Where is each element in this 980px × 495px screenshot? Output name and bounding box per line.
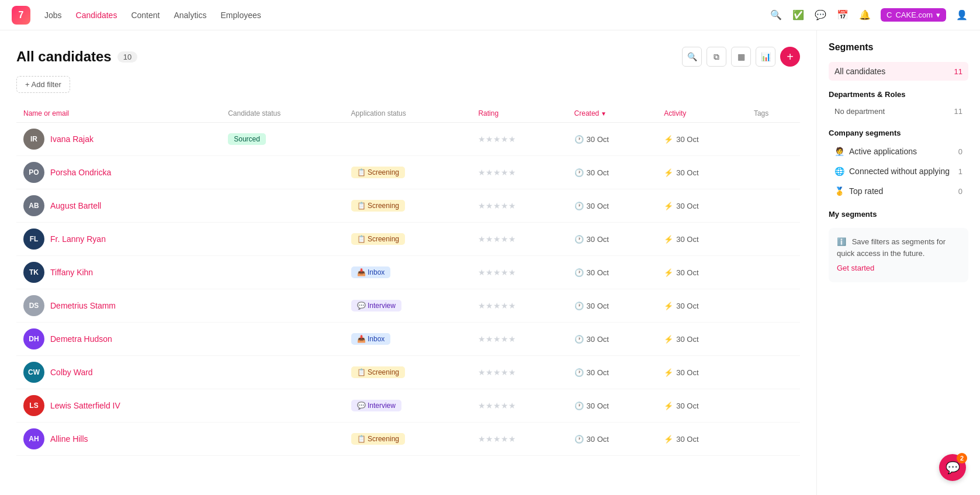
segment-all-candidates[interactable]: All candidates 11 [829, 62, 968, 81]
rating-stars[interactable]: ★★★★★ [478, 301, 560, 310]
candidate-name[interactable]: August Bartell [50, 201, 101, 210]
segment-icon: 🧑‍💼 [834, 147, 844, 156]
add-filter-button[interactable]: + Add filter [16, 76, 70, 93]
search-toolbar-icon[interactable]: 🔍 [682, 47, 702, 67]
col-name: Name or email [16, 105, 221, 123]
candidate-name[interactable]: Porsha Ondricka [50, 168, 111, 177]
nav-jobs[interactable]: Jobs [44, 8, 62, 22]
table-row[interactable]: IR Ivana Rajak Sourced★★★★★🕐30 Oct⚡30 Oc… [16, 123, 800, 156]
segment-count: 0 [958, 187, 962, 196]
chat-badge-count: 2 [957, 453, 967, 463]
nav-candidates[interactable]: Candidates [76, 8, 117, 22]
segment-label: Connected without applying [849, 167, 950, 176]
table-row[interactable]: FL Fr. Lanny Ryan 📋 Screening★★★★★🕐30 Oc… [16, 223, 800, 256]
candidate-name[interactable]: Ivana Rajak [50, 134, 94, 144]
rating-stars[interactable]: ★★★★★ [478, 368, 560, 377]
app-logo[interactable]: 7 [12, 6, 30, 25]
col-application-status: Application status [344, 105, 472, 123]
chart-icon[interactable]: 📊 [756, 47, 775, 67]
application-status-badge: 📥 Inbox [351, 333, 391, 345]
table-row[interactable]: AH Alline Hills 📋 Screening★★★★★🕐30 Oct⚡… [16, 423, 800, 456]
rating-stars[interactable]: ★★★★★ [478, 201, 560, 210]
rating-stars[interactable]: ★★★★★ [478, 168, 560, 177]
get-started-link[interactable]: Get started [837, 262, 960, 274]
check-circle-icon[interactable]: ✅ [792, 9, 805, 22]
copy-icon[interactable]: ⧉ [707, 47, 726, 67]
page-header: All candidates 10 🔍 ⧉ ▦ 📊 + [16, 47, 800, 67]
table-row[interactable]: DS Demetrius Stamm 💬 Interview★★★★★🕐30 O… [16, 289, 800, 323]
application-status-badge: 📋 Screening [351, 167, 405, 178]
candidate-name[interactable]: Tiffany Kihn [50, 268, 93, 277]
avatar: TK [23, 262, 44, 283]
user-menu[interactable]: C CAKE.com ▾ [881, 8, 946, 22]
avatar: PO [23, 162, 44, 183]
tags-cell [747, 189, 800, 223]
table-view-icon[interactable]: ▦ [731, 47, 751, 67]
chat-fab-button[interactable]: 💬 2 [939, 454, 966, 481]
company-segments-list: 🧑‍💼 Active applications 0 🌐 Connected wi… [829, 142, 968, 200]
nav-content[interactable]: Content [131, 8, 160, 22]
tags-cell [747, 389, 800, 423]
candidate-name[interactable]: Demetrius Stamm [50, 301, 116, 310]
avatar: AH [23, 428, 44, 449]
table-row[interactable]: PO Porsha Ondricka 📋 Screening★★★★★🕐30 O… [16, 156, 800, 189]
company-segment-item[interactable]: 🥇 Top rated 0 [829, 182, 968, 200]
segment-count: 0 [958, 147, 962, 156]
page-title-row: All candidates 10 [16, 49, 137, 65]
rating-stars[interactable]: ★★★★★ [478, 134, 560, 144]
bell-icon[interactable]: 🔔 [858, 9, 871, 22]
table-row[interactable]: CW Colby Ward 📋 Screening★★★★★🕐30 Oct⚡30… [16, 356, 800, 389]
rating-stars[interactable]: ★★★★★ [478, 334, 560, 344]
add-candidate-button[interactable]: + [780, 47, 800, 67]
avatar: AB [23, 195, 44, 216]
company-segment-item[interactable]: 🧑‍💼 Active applications 0 [829, 142, 968, 161]
table-row[interactable]: LS Lewis Satterfield IV 💬 Interview★★★★★… [16, 389, 800, 423]
table-row[interactable]: TK Tiffany Kihn 📥 Inbox★★★★★🕐30 Oct⚡30 O… [16, 256, 800, 289]
col-created[interactable]: Created [567, 105, 657, 123]
user-avatar-icon[interactable]: 👤 [955, 9, 968, 22]
tags-cell [747, 256, 800, 289]
calendar-icon[interactable]: 📅 [836, 9, 849, 22]
rating-stars[interactable]: ★★★★★ [478, 434, 560, 444]
dept-no-department[interactable]: No department 11 [829, 103, 968, 119]
created-date: 🕐30 Oct [574, 168, 650, 177]
candidate-name[interactable]: Demetra Hudson [50, 334, 112, 344]
table-row[interactable]: AB August Bartell 📋 Screening★★★★★🕐30 Oc… [16, 189, 800, 223]
candidate-name[interactable]: Alline Hills [50, 434, 88, 444]
candidate-name[interactable]: Fr. Lanny Ryan [50, 234, 106, 244]
created-date: 🕐30 Oct [574, 435, 650, 444]
application-status-badge: 📋 Screening [351, 433, 405, 445]
rating-stars[interactable]: ★★★★★ [478, 234, 560, 244]
table-row[interactable]: DH Demetra Hudson 📥 Inbox★★★★★🕐30 Oct⚡30… [16, 323, 800, 356]
tags-cell [747, 223, 800, 256]
candidate-name[interactable]: Colby Ward [50, 368, 93, 377]
tags-cell [747, 156, 800, 189]
messages-icon[interactable]: 💬 [814, 9, 827, 22]
table-header: Name or email Candidate status Applicati… [16, 105, 800, 123]
page-title: All candidates [16, 49, 112, 65]
candidates-table: Name or email Candidate status Applicati… [16, 105, 800, 456]
departments-roles-label: Departments & Roles [829, 90, 968, 99]
tags-cell [747, 356, 800, 389]
tags-cell [747, 289, 800, 323]
rating-stars[interactable]: ★★★★★ [478, 401, 560, 410]
activity-date: ⚡30 Oct [664, 401, 740, 410]
top-navigation: 7 Jobs Candidates Content Analytics Empl… [0, 0, 980, 30]
search-icon[interactable]: 🔍 [770, 9, 782, 22]
candidate-name[interactable]: Lewis Satterfield IV [50, 401, 120, 410]
activity-date: ⚡30 Oct [664, 235, 740, 244]
activity-date: ⚡30 Oct [664, 268, 740, 277]
no-department-label: No department [834, 107, 885, 116]
nav-analytics[interactable]: Analytics [174, 8, 206, 22]
segments-info-box: ℹ️ Save filters as segments for quick ac… [829, 228, 968, 282]
company-segment-item[interactable]: 🌐 Connected without applying 1 [829, 162, 968, 181]
activity-date: ⚡30 Oct [664, 202, 740, 210]
nav-items: Jobs Candidates Content Analytics Employ… [44, 8, 770, 22]
application-status-badge: 💬 Interview [351, 400, 401, 411]
segment-count: 1 [958, 167, 962, 176]
nav-employees[interactable]: Employees [220, 8, 261, 22]
activity-date: ⚡30 Oct [664, 368, 740, 377]
chevron-down-icon: ▾ [936, 11, 940, 19]
created-date: 🕐30 Oct [574, 368, 650, 377]
rating-stars[interactable]: ★★★★★ [478, 268, 560, 277]
